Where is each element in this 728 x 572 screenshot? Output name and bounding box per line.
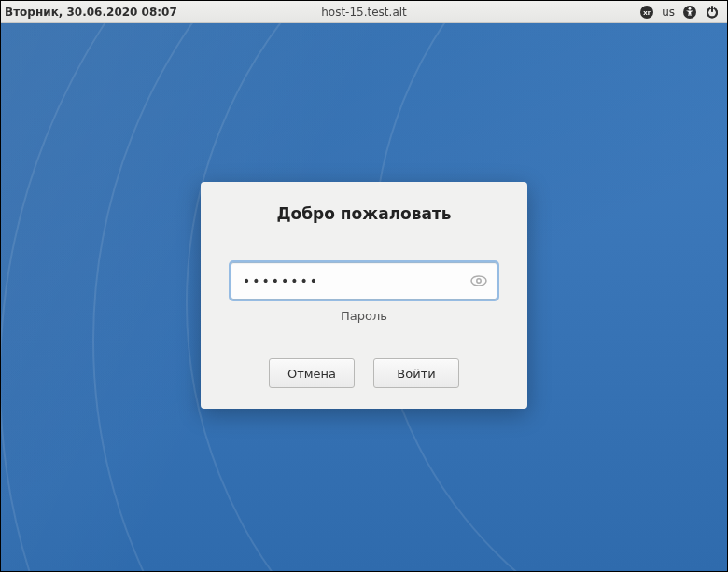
hostname-label: host-15.test.alt [321, 6, 407, 19]
cancel-button[interactable]: Отмена [269, 358, 355, 388]
svg-point-7 [471, 276, 486, 286]
keyboard-layout-indicator[interactable]: us [662, 6, 675, 19]
button-row: Отмена Войти [225, 358, 503, 388]
desktop-background: Добро пожаловать Пароль Отмена Войти [1, 23, 727, 571]
password-field-wrap [231, 262, 497, 300]
system-tray: xr us [639, 5, 727, 20]
svg-text:xr: xr [643, 8, 651, 17]
password-label: Пароль [225, 309, 503, 323]
accessibility-icon[interactable] [682, 5, 697, 20]
svg-point-8 [477, 279, 481, 283]
login-title: Добро пожаловать [225, 204, 503, 223]
top-panel: Вторник, 30.06.2020 08:07 host-15.test.a… [1, 1, 727, 23]
login-button[interactable]: Войти [373, 358, 459, 388]
svg-point-3 [689, 7, 692, 9]
password-input[interactable] [231, 262, 497, 300]
power-icon[interactable] [705, 5, 720, 20]
login-dialog: Добро пожаловать Пароль Отмена Войти [201, 182, 527, 409]
reveal-password-icon[interactable] [469, 272, 488, 290]
display-settings-icon[interactable]: xr [639, 5, 654, 20]
clock-datetime: Вторник, 30.06.2020 08:07 [1, 6, 177, 19]
